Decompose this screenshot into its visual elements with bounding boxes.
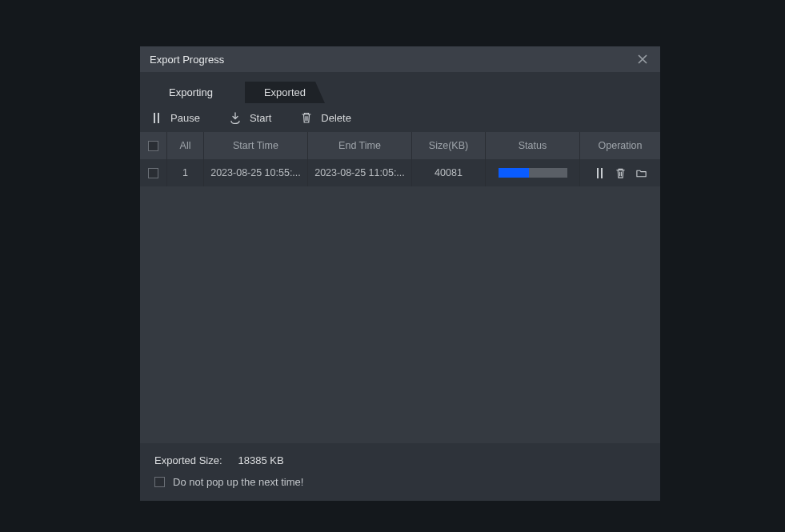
row-checkbox[interactable] [148, 168, 158, 178]
toolbar: Pause Start Delete [140, 103, 660, 132]
table-header: All Start Time End Time Size(KB) Status … [140, 132, 660, 159]
header-size: Size(KB) [412, 132, 486, 159]
row-delete-button[interactable] [614, 166, 627, 179]
header-status: Status [486, 132, 580, 159]
row-operations [580, 159, 660, 186]
exported-size-value: 18385 KB [238, 454, 284, 466]
pause-button[interactable]: Pause [150, 111, 200, 124]
tab-exporting[interactable]: Exporting [153, 82, 229, 103]
row-folder-button[interactable] [635, 166, 647, 179]
titlebar: Export Progress [140, 46, 660, 72]
progress-bar [499, 168, 567, 178]
header-operation: Operation [580, 132, 660, 159]
row-start-time: 2023-08-25 10:55:... [204, 159, 308, 186]
row-end-time: 2023-08-25 11:05:... [308, 159, 412, 186]
select-all-checkbox[interactable] [148, 141, 158, 151]
trash-icon [615, 167, 627, 179]
header-end-time: End Time [308, 132, 412, 159]
table-empty-area [140, 186, 660, 443]
trash-icon [300, 111, 313, 124]
pause-icon [150, 111, 162, 124]
header-checkbox-cell [140, 132, 167, 159]
export-table: All Start Time End Time Size(KB) Status … [140, 132, 660, 186]
row-index: 1 [167, 159, 204, 186]
export-progress-dialog: Export Progress Exporting Exported Pause… [140, 46, 660, 501]
row-checkbox-cell [140, 159, 167, 186]
close-button[interactable] [635, 51, 651, 67]
row-pause-button[interactable] [593, 166, 606, 179]
close-icon [637, 54, 648, 65]
start-button[interactable]: Start [229, 111, 271, 124]
footer: Exported Size: 18385 KB Do not pop up th… [140, 443, 660, 501]
folder-icon [635, 167, 647, 179]
popup-checkbox[interactable] [154, 477, 165, 487]
start-label: Start [250, 112, 271, 124]
delete-label: Delete [321, 112, 351, 124]
dialog-title: Export Progress [150, 54, 224, 66]
progress-fill [499, 168, 530, 178]
row-size: 40081 [412, 159, 486, 186]
download-icon [229, 111, 242, 124]
pause-icon [597, 168, 603, 178]
exported-size-line: Exported Size: 18385 KB [154, 454, 646, 466]
row-status [486, 159, 580, 186]
pause-label: Pause [170, 112, 200, 124]
tabs: Exporting Exported [140, 72, 660, 103]
delete-button[interactable]: Delete [300, 111, 351, 124]
exported-size-label: Exported Size: [154, 454, 222, 466]
popup-option: Do not pop up the next time! [154, 476, 646, 488]
tab-exported[interactable]: Exported [245, 82, 325, 103]
table-row: 1 2023-08-25 10:55:... 2023-08-25 11:05:… [140, 159, 660, 186]
popup-label: Do not pop up the next time! [173, 476, 303, 488]
header-start-time: Start Time [204, 132, 308, 159]
header-all: All [167, 132, 204, 159]
